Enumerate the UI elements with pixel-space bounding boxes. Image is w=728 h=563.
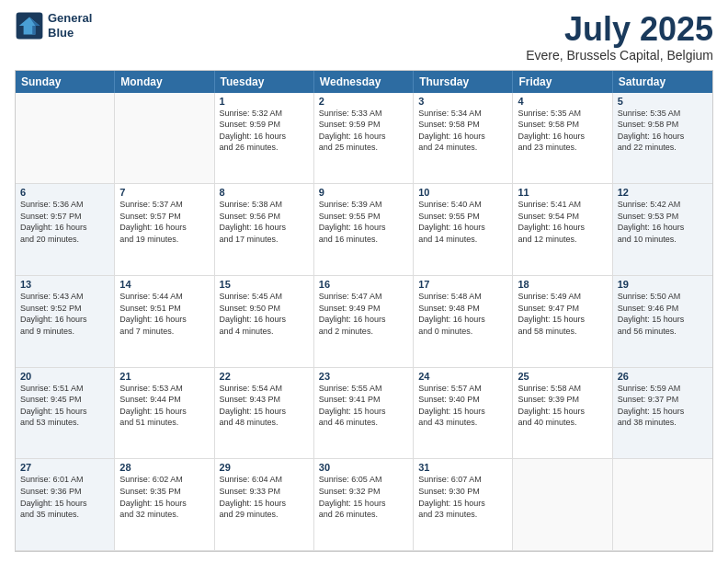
calendar-cell: 30Sunrise: 6:05 AM Sunset: 9:32 PM Dayli… xyxy=(314,459,414,551)
location: Evere, Brussels Capital, Belgium xyxy=(526,48,713,63)
cell-info: Sunrise: 6:01 AM Sunset: 9:36 PM Dayligh… xyxy=(20,474,109,520)
calendar-cell: 8Sunrise: 5:38 AM Sunset: 9:56 PM Daylig… xyxy=(215,184,314,276)
calendar-cell: 12Sunrise: 5:42 AM Sunset: 9:53 PM Dayli… xyxy=(613,184,712,276)
cell-info: Sunrise: 5:41 AM Sunset: 9:54 PM Dayligh… xyxy=(518,199,607,245)
day-number: 16 xyxy=(319,279,408,290)
day-number: 27 xyxy=(20,462,109,473)
cell-info: Sunrise: 5:48 AM Sunset: 9:48 PM Dayligh… xyxy=(418,291,507,337)
calendar-cell: 1Sunrise: 5:32 AM Sunset: 9:59 PM Daylig… xyxy=(215,93,314,185)
day-headers: SundayMondayTuesdayWednesdayThursdayFrid… xyxy=(16,71,712,93)
cell-info: Sunrise: 5:45 AM Sunset: 9:50 PM Dayligh… xyxy=(220,291,309,337)
cell-info: Sunrise: 5:44 AM Sunset: 9:51 PM Dayligh… xyxy=(119,291,209,337)
calendar-cell: 11Sunrise: 5:41 AM Sunset: 9:54 PM Dayli… xyxy=(513,184,612,276)
calendar: SundayMondayTuesdayWednesdayThursdayFrid… xyxy=(15,70,713,552)
page: General Blue July 2025 Evere, Brussels C… xyxy=(0,0,728,563)
day-number: 4 xyxy=(518,96,607,107)
calendar-cell: 27Sunrise: 6:01 AM Sunset: 9:36 PM Dayli… xyxy=(16,459,115,551)
cell-info: Sunrise: 5:37 AM Sunset: 9:57 PM Dayligh… xyxy=(119,199,209,245)
cell-info: Sunrise: 5:35 AM Sunset: 9:58 PM Dayligh… xyxy=(618,108,708,154)
day-number: 25 xyxy=(518,371,607,382)
cell-info: Sunrise: 5:53 AM Sunset: 9:44 PM Dayligh… xyxy=(119,383,209,429)
calendar-cell: 25Sunrise: 5:58 AM Sunset: 9:39 PM Dayli… xyxy=(513,368,612,460)
month-title: July 2025 xyxy=(526,11,713,48)
cell-info: Sunrise: 5:34 AM Sunset: 9:58 PM Dayligh… xyxy=(418,108,507,154)
day-header: Wednesday xyxy=(314,71,414,93)
day-number: 19 xyxy=(618,279,708,290)
cell-info: Sunrise: 5:42 AM Sunset: 9:53 PM Dayligh… xyxy=(618,199,708,245)
calendar-cell: 29Sunrise: 6:04 AM Sunset: 9:33 PM Dayli… xyxy=(215,459,314,551)
day-number: 10 xyxy=(418,187,507,198)
calendar-cell: 4Sunrise: 5:35 AM Sunset: 9:58 PM Daylig… xyxy=(513,93,612,185)
day-number: 9 xyxy=(319,187,408,198)
calendar-cell: 31Sunrise: 6:07 AM Sunset: 9:30 PM Dayli… xyxy=(414,459,513,551)
cell-info: Sunrise: 5:57 AM Sunset: 9:40 PM Dayligh… xyxy=(418,383,507,429)
calendar-cell: 10Sunrise: 5:40 AM Sunset: 9:55 PM Dayli… xyxy=(414,184,513,276)
calendar-cell: 7Sunrise: 5:37 AM Sunset: 9:57 PM Daylig… xyxy=(115,184,214,276)
cell-info: Sunrise: 5:55 AM Sunset: 9:41 PM Dayligh… xyxy=(319,383,408,429)
calendar-cell: 2Sunrise: 5:33 AM Sunset: 9:59 PM Daylig… xyxy=(314,93,414,185)
cell-info: Sunrise: 6:07 AM Sunset: 9:30 PM Dayligh… xyxy=(418,474,507,520)
day-number: 20 xyxy=(20,371,109,382)
calendar-cell: 3Sunrise: 5:34 AM Sunset: 9:58 PM Daylig… xyxy=(414,93,513,185)
day-number: 5 xyxy=(618,96,708,107)
day-header: Friday xyxy=(513,71,612,93)
day-number: 6 xyxy=(20,187,109,198)
calendar-cell xyxy=(115,93,214,185)
day-number: 8 xyxy=(220,187,309,198)
cell-info: Sunrise: 5:49 AM Sunset: 9:47 PM Dayligh… xyxy=(518,291,607,337)
calendar-cell: 9Sunrise: 5:39 AM Sunset: 9:55 PM Daylig… xyxy=(314,184,414,276)
day-number: 24 xyxy=(418,371,507,382)
cell-info: Sunrise: 5:58 AM Sunset: 9:39 PM Dayligh… xyxy=(518,383,607,429)
cell-info: Sunrise: 5:40 AM Sunset: 9:55 PM Dayligh… xyxy=(418,199,507,245)
day-header: Sunday xyxy=(16,71,115,93)
cell-info: Sunrise: 5:35 AM Sunset: 9:58 PM Dayligh… xyxy=(518,108,607,154)
cell-info: Sunrise: 5:59 AM Sunset: 9:37 PM Dayligh… xyxy=(618,383,708,429)
cell-info: Sunrise: 5:36 AM Sunset: 9:57 PM Dayligh… xyxy=(20,199,109,245)
cell-info: Sunrise: 5:47 AM Sunset: 9:49 PM Dayligh… xyxy=(319,291,408,337)
cell-info: Sunrise: 5:43 AM Sunset: 9:52 PM Dayligh… xyxy=(20,291,109,337)
calendar-cell: 16Sunrise: 5:47 AM Sunset: 9:49 PM Dayli… xyxy=(314,276,414,368)
calendar-cell: 18Sunrise: 5:49 AM Sunset: 9:47 PM Dayli… xyxy=(513,276,612,368)
calendar-cell: 28Sunrise: 6:02 AM Sunset: 9:35 PM Dayli… xyxy=(115,459,214,551)
calendar-cell xyxy=(513,459,612,551)
day-number: 29 xyxy=(220,462,309,473)
calendar-cell: 6Sunrise: 5:36 AM Sunset: 9:57 PM Daylig… xyxy=(16,184,115,276)
day-number: 18 xyxy=(518,279,607,290)
day-number: 11 xyxy=(518,187,607,198)
calendar-grid: 1Sunrise: 5:32 AM Sunset: 9:59 PM Daylig… xyxy=(16,93,712,551)
day-number: 23 xyxy=(319,371,408,382)
logo: General Blue xyxy=(15,11,92,40)
calendar-cell: 26Sunrise: 5:59 AM Sunset: 9:37 PM Dayli… xyxy=(613,368,712,460)
cell-info: Sunrise: 5:39 AM Sunset: 9:55 PM Dayligh… xyxy=(319,199,408,245)
calendar-cell: 17Sunrise: 5:48 AM Sunset: 9:48 PM Dayli… xyxy=(414,276,513,368)
title-area: July 2025 Evere, Brussels Capital, Belgi… xyxy=(526,11,713,63)
day-number: 26 xyxy=(618,371,708,382)
calendar-cell: 23Sunrise: 5:55 AM Sunset: 9:41 PM Dayli… xyxy=(314,368,414,460)
calendar-cell: 24Sunrise: 5:57 AM Sunset: 9:40 PM Dayli… xyxy=(414,368,513,460)
calendar-cell: 13Sunrise: 5:43 AM Sunset: 9:52 PM Dayli… xyxy=(16,276,115,368)
calendar-cell: 19Sunrise: 5:50 AM Sunset: 9:46 PM Dayli… xyxy=(613,276,712,368)
day-number: 1 xyxy=(220,96,309,107)
calendar-cell xyxy=(613,459,712,551)
cell-info: Sunrise: 6:05 AM Sunset: 9:32 PM Dayligh… xyxy=(319,474,408,520)
day-number: 31 xyxy=(418,462,507,473)
cell-info: Sunrise: 5:51 AM Sunset: 9:45 PM Dayligh… xyxy=(20,383,109,429)
cell-info: Sunrise: 6:02 AM Sunset: 9:35 PM Dayligh… xyxy=(119,474,209,520)
cell-info: Sunrise: 5:50 AM Sunset: 9:46 PM Dayligh… xyxy=(618,291,708,337)
day-number: 15 xyxy=(220,279,309,290)
calendar-cell: 21Sunrise: 5:53 AM Sunset: 9:44 PM Dayli… xyxy=(115,368,214,460)
day-header: Thursday xyxy=(414,71,513,93)
day-number: 22 xyxy=(220,371,309,382)
calendar-cell: 14Sunrise: 5:44 AM Sunset: 9:51 PM Dayli… xyxy=(115,276,214,368)
cell-info: Sunrise: 6:04 AM Sunset: 9:33 PM Dayligh… xyxy=(220,474,309,520)
day-number: 21 xyxy=(119,371,209,382)
day-number: 2 xyxy=(319,96,408,107)
day-number: 7 xyxy=(119,187,209,198)
day-number: 28 xyxy=(119,462,209,473)
cell-info: Sunrise: 5:54 AM Sunset: 9:43 PM Dayligh… xyxy=(220,383,309,429)
calendar-cell xyxy=(16,93,115,185)
day-header: Saturday xyxy=(613,71,712,93)
cell-info: Sunrise: 5:38 AM Sunset: 9:56 PM Dayligh… xyxy=(220,199,309,245)
day-number: 3 xyxy=(418,96,507,107)
logo-icon xyxy=(15,11,44,40)
